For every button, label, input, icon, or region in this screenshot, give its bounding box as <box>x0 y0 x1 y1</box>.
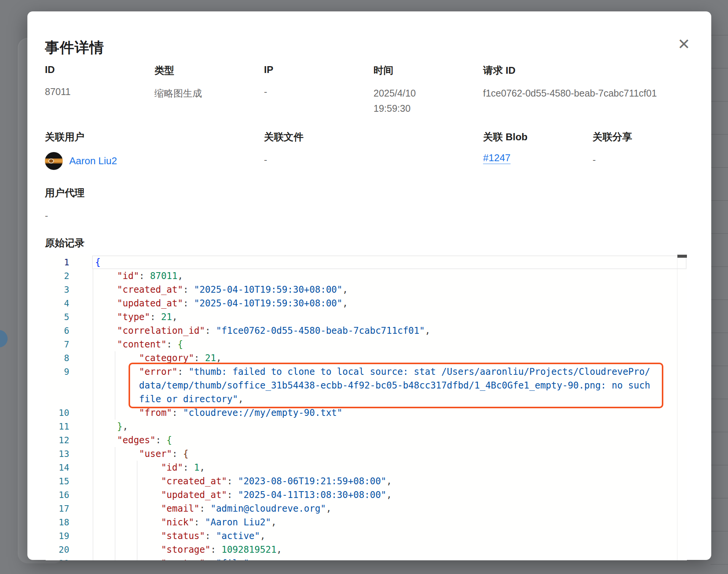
code-text: "id": 87011, <box>95 269 183 283</box>
code-line-row: 6"correlation_id": "f1ce0762-0d55-4580-b… <box>46 324 687 338</box>
background-table-rows <box>711 0 728 574</box>
related-blob-link[interactable]: #1247 <box>483 152 510 163</box>
field-value: - <box>264 84 374 99</box>
related-user: Aaron Liu2 <box>45 152 264 170</box>
code-line-row: 17"email": "admin@cloudreve.org", <box>46 502 687 515</box>
code-line-row: 8"category": 21, <box>46 351 687 365</box>
line-number: 10 <box>46 406 69 420</box>
line-number: 8 <box>46 351 69 365</box>
line-number: 19 <box>46 529 69 543</box>
avatar-emblem <box>48 159 54 163</box>
code-text: "status": "active", <box>95 529 265 543</box>
code-text: "user": { <box>95 447 189 461</box>
code-line-row: 12"edges": { <box>46 433 687 447</box>
user-agent-field: 用户代理 - <box>45 186 84 223</box>
relation-fields-grid: 关联用户Aaron Liu2关联文件-关联 Blob#1247关联分享- <box>45 130 702 170</box>
code-text: "updated_at": "2025-04-10T19:59:30+08:00… <box>95 297 348 310</box>
event-detail-dialog: 事件详情 ✕ ID87011类型缩略图生成IP-时间2025/4/10 19:5… <box>27 11 711 560</box>
code-text: "content": { <box>95 338 183 351</box>
line-number: 13 <box>46 447 69 461</box>
close-icon: ✕ <box>677 36 690 52</box>
line-number: 20 <box>46 543 69 557</box>
line-number: 6 <box>46 324 69 338</box>
field-label: IP <box>264 64 374 76</box>
field-value: - <box>45 208 84 223</box>
info-field: 时间2025/4/10 19:59:30 <box>374 64 483 116</box>
code-text: "category": 21, <box>95 351 221 365</box>
line-number: 4 <box>46 297 69 310</box>
code-line-row: 11}, <box>46 420 687 433</box>
field-value: - <box>593 152 702 167</box>
field-label: 关联 Blob <box>483 130 593 144</box>
code-line-row: 4"updated_at": "2025-04-10T19:59:30+08:0… <box>46 297 687 310</box>
line-number: 7 <box>46 338 69 351</box>
info-field: 关联分享- <box>593 130 702 170</box>
code-text: "created_at": "2023-08-06T19:21:59+08:00… <box>95 474 392 488</box>
code-text: "avatar": "file", <box>95 557 254 560</box>
line-number: 3 <box>46 283 69 297</box>
code-line-row: 1{ <box>46 255 687 269</box>
code-line-row: 5"type": 21, <box>46 310 687 324</box>
code-line-row: 7"content": { <box>46 338 687 351</box>
line-number: 9 <box>46 365 69 379</box>
close-button[interactable]: ✕ <box>673 33 695 55</box>
code-line-row: 14"id": 1, <box>46 461 687 474</box>
field-label: 关联用户 <box>45 130 264 144</box>
code-line-row: data/temp/thumb/soffice_31b54438-ecbb-4f… <box>46 379 687 392</box>
line-number: 11 <box>46 420 69 433</box>
code-text: data/temp/thumb/soffice_31b54438-ecbb-4f… <box>95 379 650 392</box>
code-text: "from": "cloudreve://my/empty-90.txt" <box>95 406 342 420</box>
field-label: 类型 <box>154 64 264 77</box>
line-number: 17 <box>46 502 69 515</box>
code-line-row: 16"updated_at": "2025-04-11T13:08:30+08:… <box>46 488 687 502</box>
field-value: - <box>264 152 483 167</box>
code-text: "created_at": "2025-04-10T19:59:30+08:00… <box>95 283 348 297</box>
line-number: 5 <box>46 310 69 324</box>
raw-record-label: 原始记录 <box>45 236 84 250</box>
field-label: 用户代理 <box>45 186 84 200</box>
field-value: 2025/4/10 19:59:30 <box>374 86 450 116</box>
line-number: 21 <box>46 557 69 560</box>
code-line-row: 15"created_at": "2023-08-06T19:21:59+08:… <box>46 474 687 488</box>
code-text: }, <box>95 420 128 433</box>
info-field: ID87011 <box>45 64 154 116</box>
code-text: { <box>95 255 100 269</box>
info-field: IP- <box>264 64 374 116</box>
info-field: 类型缩略图生成 <box>154 64 264 116</box>
code-text: "error": "thumb: failed to clone to loca… <box>95 365 650 379</box>
field-value: f1ce0762-0d55-4580-beab-7cabc711cf01 <box>483 86 702 101</box>
code-line-row: file or directory", <box>46 392 687 406</box>
field-value: 缩略图生成 <box>154 86 264 101</box>
field-value: 87011 <box>45 84 154 99</box>
line-number: 18 <box>46 515 69 529</box>
scrollbar-thumb[interactable] <box>677 255 687 258</box>
line-number: 15 <box>46 474 69 488</box>
code-text: "type": 21, <box>95 310 178 324</box>
related-user-link[interactable]: Aaron Liu2 <box>69 155 117 167</box>
code-line-row: 21"avatar": "file", <box>46 557 687 560</box>
avatar <box>45 152 63 170</box>
info-field: 关联文件- <box>264 130 483 170</box>
line-number: 12 <box>46 433 69 447</box>
info-field: 关联 Blob#1247 <box>483 130 593 170</box>
code-line-row: 3"created_at": "2025-04-10T19:59:30+08:0… <box>46 283 687 297</box>
line-number: 14 <box>46 461 69 474</box>
code-text: "id": 1, <box>95 461 205 474</box>
line-number: 2 <box>46 269 69 283</box>
field-label: 请求 ID <box>483 64 702 77</box>
field-label: ID <box>45 64 154 76</box>
scrollbar-track <box>677 254 677 560</box>
code-line-row: 9"error": "thumb: failed to clone to loc… <box>46 365 687 379</box>
field-label: 关联分享 <box>593 130 702 144</box>
info-field: 请求 IDf1ce0762-0d55-4580-beab-7cabc711cf0… <box>483 64 702 116</box>
code-line-row: 18"nick": "Aaron Liu2", <box>46 515 687 529</box>
raw-record-editor[interactable]: 1{2"id": 87011,3"created_at": "2025-04-1… <box>46 254 687 560</box>
code-text: "correlation_id": "f1ce0762-0d55-4580-be… <box>95 324 430 338</box>
code-line-row: 19"status": "active", <box>46 529 687 543</box>
code-line-row: 2"id": 87011, <box>46 269 687 283</box>
line-number: 16 <box>46 488 69 502</box>
info-fields-grid: ID87011类型缩略图生成IP-时间2025/4/10 19:59:30请求 … <box>45 64 702 116</box>
code-line-row: 10"from": "cloudreve://my/empty-90.txt" <box>46 406 687 420</box>
code-text: "updated_at": "2025-04-11T13:08:30+08:00… <box>95 488 392 502</box>
info-field: 关联用户Aaron Liu2 <box>45 130 264 170</box>
